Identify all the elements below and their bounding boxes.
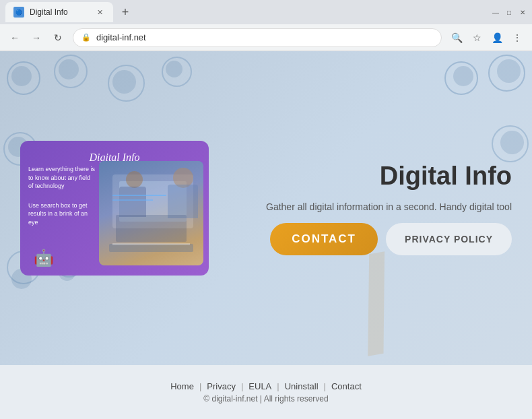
close-button[interactable]: ✕ <box>519 8 527 16</box>
forward-button[interactable]: → <box>27 28 46 47</box>
footer-separator-1: | <box>199 381 201 391</box>
footer-separator-4: | <box>324 381 326 391</box>
title-bar: 🔵 Digital Info ✕ + — □ ✕ <box>0 0 532 24</box>
promo-text-1: Learn everything there is to know about … <box>28 165 96 191</box>
footer-separator-3: | <box>277 381 279 391</box>
tab-close-button[interactable]: ✕ <box>94 7 105 18</box>
footer-nav-contact[interactable]: Contact <box>331 381 362 391</box>
promo-text-2: Use search box to get results in a brink… <box>28 201 96 227</box>
contact-button[interactable]: CONTACT <box>270 223 378 255</box>
promo-text-left: Learn everything there is to know about … <box>28 165 96 227</box>
footer-nav-uninstall[interactable]: Uninstall <box>285 381 319 391</box>
action-buttons: CONTACT PRIVACY POLICY <box>236 223 512 255</box>
tab-favicon: 🔵 <box>13 7 24 18</box>
address-text: digital-inf.net <box>96 32 433 42</box>
maximize-button[interactable]: □ <box>505 8 513 16</box>
address-bar[interactable]: 🔒 digital-inf.net <box>73 28 442 47</box>
lock-icon: 🔒 <box>81 33 91 42</box>
back-button[interactable]: ← <box>5 28 24 47</box>
footer-nav: Home | Privacy | EULA | Uninstall | Cont… <box>170 381 362 391</box>
footer-nav-home[interactable]: Home <box>170 381 194 391</box>
tab-title: Digital Info <box>30 7 68 17</box>
browser-tab[interactable]: 🔵 Digital Info ✕ <box>5 2 113 22</box>
promo-robot-icon: 🤖 <box>34 249 54 267</box>
promo-card: Digital Info Learn everything there is t… <box>20 141 209 276</box>
minimize-button[interactable]: — <box>492 8 500 16</box>
reload-button[interactable]: ↻ <box>48 28 67 47</box>
menu-button[interactable]: ⋮ <box>508 28 527 47</box>
footer-copyright: © digital-inf.net | All rights reserved <box>203 394 328 404</box>
footer-separator-2: | <box>241 381 243 391</box>
website-content: / Digital Info Learn everything there is… <box>0 51 532 419</box>
search-button[interactable]: 🔍 <box>447 28 466 47</box>
privacy-policy-button[interactable]: PRIVACY POLICY <box>386 223 512 255</box>
bookmark-button[interactable]: ☆ <box>467 28 486 47</box>
browser-chrome: 🔵 Digital Info ✕ + — □ ✕ ← → ↻ 🔒 digital… <box>0 0 532 51</box>
new-tab-button[interactable]: + <box>116 3 135 22</box>
site-subtitle: Gather all digital information in a seco… <box>236 201 512 212</box>
footer-nav-eula[interactable]: EULA <box>248 381 271 391</box>
main-content: Digital Info Learn everything there is t… <box>0 51 532 365</box>
right-content: Digital Info Gather all digital informat… <box>209 162 512 255</box>
laptop-illustration <box>99 161 203 265</box>
site-title: Digital Info <box>236 162 512 191</box>
promo-image <box>99 161 203 265</box>
profile-button[interactable]: 👤 <box>488 28 506 47</box>
toolbar-actions: 🔍 ☆ 👤 ⋮ <box>447 28 527 47</box>
footer-nav-privacy[interactable]: Privacy <box>207 381 236 391</box>
window-controls: — □ ✕ <box>492 8 527 16</box>
toolbar: ← → ↻ 🔒 digital-inf.net 🔍 ☆ 👤 ⋮ <box>0 24 532 51</box>
footer: Home | Privacy | EULA | Uninstall | Cont… <box>0 365 532 419</box>
